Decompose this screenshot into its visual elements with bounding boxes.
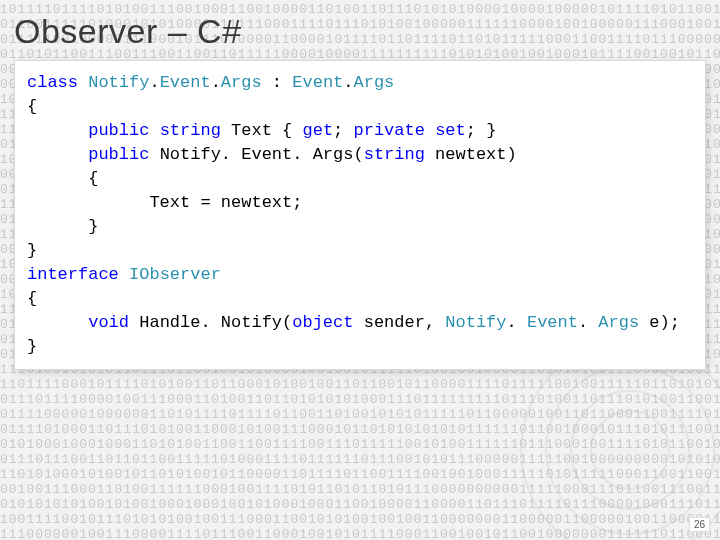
code-line: interface IObserver xyxy=(27,263,693,287)
code-line: Text = newtext; xyxy=(27,191,693,215)
code-line: } xyxy=(27,239,693,263)
code-line: public Notify. Event. Args(string newtex… xyxy=(27,143,693,167)
code-line: { xyxy=(27,95,693,119)
slide-title: Observer – C# xyxy=(14,12,242,51)
code-line: void Handle. Notify(object sender, Notif… xyxy=(27,311,693,335)
page-number: 26 xyxy=(689,517,710,532)
code-line: } xyxy=(27,215,693,239)
code-line: public string Text { get; private set; } xyxy=(27,119,693,143)
code-line: } xyxy=(27,335,693,359)
code-line: { xyxy=(27,287,693,311)
corner-ornament xyxy=(520,340,720,540)
code-line: { xyxy=(27,167,693,191)
code-line: class Notify.Event.Args : Event.Args xyxy=(27,71,693,95)
code-block: class Notify.Event.Args : Event.Args{ pu… xyxy=(14,60,706,370)
